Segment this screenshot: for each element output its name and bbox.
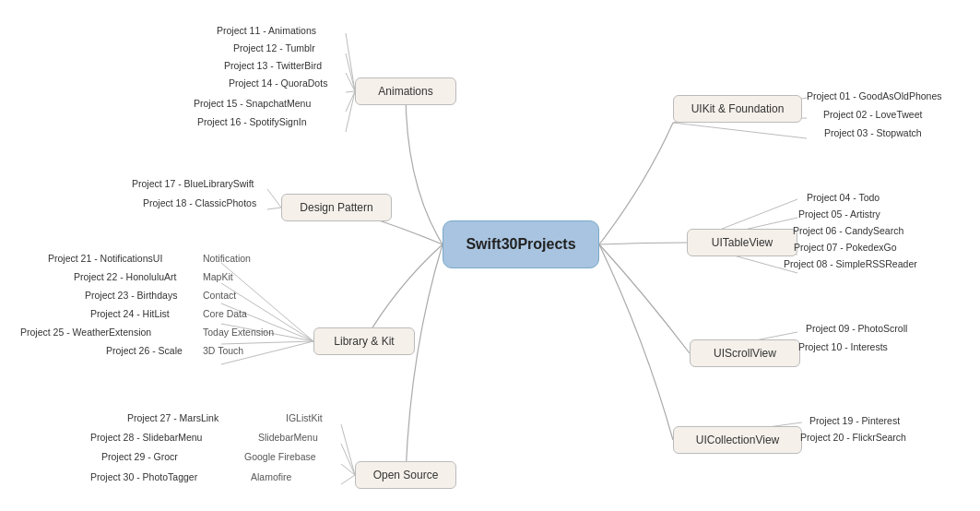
leaf-p29: Project 29 - Grocr bbox=[101, 451, 178, 462]
category-open-source-label: Open Source bbox=[373, 469, 439, 481]
leaf-p21-tag: Notification bbox=[203, 253, 251, 264]
leaf-p19: Project 19 - Pinterest bbox=[809, 415, 900, 426]
svg-line-17 bbox=[341, 475, 355, 484]
category-uicollectionview-label: UICollectionView bbox=[696, 434, 780, 446]
svg-line-1 bbox=[346, 53, 355, 91]
category-uitableview: UITableView bbox=[687, 229, 797, 256]
leaf-p23: Project 23 - Birthdays bbox=[85, 290, 177, 301]
leaf-p28-tag: SlidebarMenu bbox=[258, 432, 318, 443]
svg-line-7 bbox=[267, 208, 281, 209]
category-animations-label: Animations bbox=[378, 85, 432, 98]
leaf-p10: Project 10 - Interests bbox=[798, 341, 888, 352]
leaf-p27: Project 27 - MarsLink bbox=[127, 412, 218, 423]
leaf-p15: Project 15 - SnapchatMenu bbox=[194, 98, 311, 109]
category-uitableview-label: UITableView bbox=[712, 236, 773, 249]
svg-line-5 bbox=[346, 91, 355, 132]
svg-line-14 bbox=[341, 424, 355, 475]
svg-line-12 bbox=[221, 341, 313, 344]
leaf-p16: Project 16 - SpotifySignIn bbox=[197, 116, 306, 127]
svg-line-20 bbox=[673, 123, 807, 138]
leaf-p09: Project 09 - PhotoScroll bbox=[806, 323, 907, 334]
leaf-p24: Project 24 - HitList bbox=[90, 308, 170, 319]
leaf-p21: Project 21 - NotificationsUI bbox=[48, 253, 162, 264]
leaf-p14: Project 14 - QuoraDots bbox=[229, 77, 327, 89]
leaf-p23-tag: Contact bbox=[203, 290, 236, 301]
center-node: Swift30Projects bbox=[443, 220, 599, 268]
leaf-p26-tag: 3D Touch bbox=[203, 345, 243, 356]
leaf-p26: Project 26 - Scale bbox=[106, 345, 183, 356]
leaf-p02: Project 02 - LoveTweet bbox=[823, 109, 922, 120]
svg-line-3 bbox=[346, 91, 355, 92]
center-label: Swift30Projects bbox=[466, 236, 575, 253]
category-uikit: UIKit & Foundation bbox=[673, 95, 802, 123]
leaf-p05: Project 05 - Artistry bbox=[798, 208, 880, 220]
leaf-p18: Project 18 - ClassicPhotos bbox=[143, 197, 256, 208]
leaf-p30: Project 30 - PhotoTagger bbox=[90, 471, 197, 482]
leaf-p30-tag: Alamofire bbox=[251, 471, 291, 482]
leaf-p01: Project 01 - GoodAsOldPhones bbox=[807, 90, 942, 101]
category-uiscrollview: UIScrollView bbox=[690, 339, 800, 367]
leaf-p11: Project 11 - Animations bbox=[217, 25, 316, 36]
category-uicollectionview: UICollectionView bbox=[673, 426, 802, 454]
leaf-p06: Project 06 - CandySearch bbox=[793, 225, 903, 236]
leaf-p28: Project 28 - SlidebarMenu bbox=[90, 432, 202, 443]
leaf-p08: Project 08 - SimpleRSSReader bbox=[784, 258, 917, 269]
svg-line-4 bbox=[346, 91, 355, 112]
leaf-p22: Project 22 - HonoluluArt bbox=[74, 271, 176, 282]
leaf-p24-tag: Core Data bbox=[203, 308, 247, 319]
leaf-p04: Project 04 - Todo bbox=[807, 192, 880, 203]
leaf-p25-tag: Today Extension bbox=[203, 327, 274, 338]
leaf-p03: Project 03 - Stopwatch bbox=[824, 127, 922, 138]
leaf-p07: Project 07 - PokedexGo bbox=[794, 242, 896, 253]
leaf-p22-tag: MapKit bbox=[203, 271, 233, 282]
category-library-kit-label: Library & Kit bbox=[334, 335, 394, 348]
leaf-p27-tag: IGListKit bbox=[286, 412, 323, 423]
category-uikit-label: UIKit & Foundation bbox=[691, 102, 785, 115]
leaf-p20: Project 20 - FlickrSearch bbox=[800, 432, 906, 443]
leaf-p25: Project 25 - WeatherExtension bbox=[20, 327, 151, 338]
category-uiscrollview-label: UIScrollView bbox=[714, 347, 776, 360]
category-animations: Animations bbox=[355, 77, 456, 105]
category-library-kit: Library & Kit bbox=[313, 327, 415, 355]
leaf-p17: Project 17 - BlueLibrarySwift bbox=[132, 178, 254, 189]
category-design-pattern: Design Pattern bbox=[281, 194, 392, 221]
leaf-p13: Project 13 - TwitterBird bbox=[224, 60, 322, 71]
leaf-p12: Project 12 - Tumblr bbox=[233, 42, 315, 53]
svg-line-6 bbox=[267, 189, 281, 208]
leaf-p29-tag: Google Firebase bbox=[244, 451, 316, 462]
category-open-source: Open Source bbox=[355, 461, 456, 489]
category-design-pattern-label: Design Pattern bbox=[300, 201, 372, 214]
